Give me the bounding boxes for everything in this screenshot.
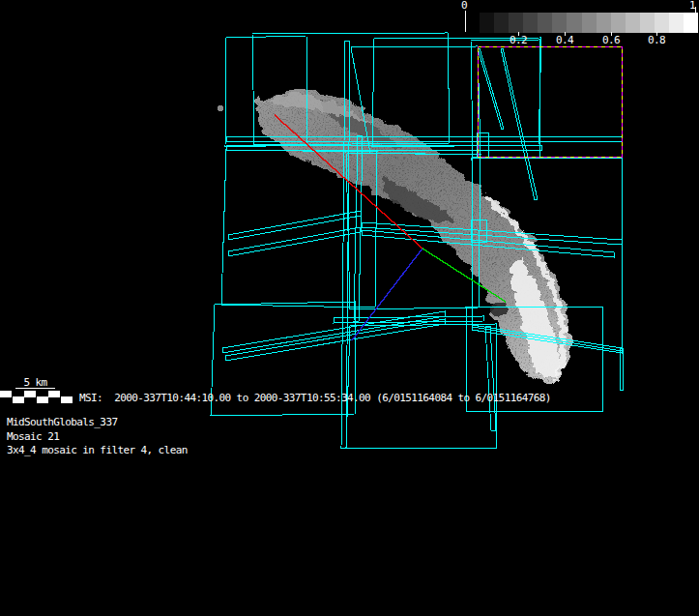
colorbar-tick-label: 0.4 — [552, 35, 577, 45]
footprint-outline[interactable] — [346, 324, 496, 448]
status-line: MSI: 2000-337T10:44:10.00 to 2000-337T10… — [79, 392, 551, 404]
scalebar-label: 5 km — [15, 377, 55, 389]
colorbar-step — [538, 13, 552, 33]
colorbar-tick-label: 0.8 — [644, 35, 669, 45]
mosaic-description: 3x4_4 mosaic in filter 4, clean — [7, 444, 188, 456]
asteroid-render — [218, 91, 569, 382]
selected-footprint-layer — [478, 46, 622, 157]
colorbar-step — [523, 13, 538, 33]
viewer-window: 0 1 0.20.40.60.8 5 km MSI: 2000-337T10:4… — [0, 0, 699, 616]
colorbar-step — [480, 13, 494, 33]
colorbar-step — [465, 13, 480, 33]
colorbar-step — [509, 13, 523, 33]
colorbar-step — [626, 13, 640, 33]
colorbar-step — [597, 13, 611, 33]
footprint-outline[interactable] — [485, 326, 496, 430]
mosaic-canvas — [0, 0, 699, 616]
colorbar-step — [552, 13, 567, 33]
footprint-outline[interactable] — [334, 316, 483, 323]
colorbar-step — [640, 13, 655, 33]
sequence-name: MidSouthGlobals_337 — [7, 416, 117, 428]
scalebar-checker — [0, 391, 73, 403]
asteroid-speck — [218, 105, 223, 111]
colorbar-min-tick — [465, 11, 466, 32]
colorbar-tick-label: 0.2 — [506, 35, 531, 45]
colorbar-tick-label: 0.6 — [598, 35, 624, 45]
footprint-outline[interactable] — [478, 48, 504, 130]
colorbar-step — [655, 13, 669, 33]
axis-blue — [352, 249, 422, 340]
asteroid-surface-patch — [490, 303, 508, 316]
colorbar-step — [669, 13, 684, 33]
footprint-outline[interactable] — [501, 48, 538, 200]
colorbar-step — [582, 13, 597, 33]
colorbar-gradient — [465, 13, 698, 33]
selected-footprint-dash-yellow[interactable] — [478, 46, 622, 157]
footprint-outline[interactable] — [620, 348, 623, 390]
colorbar-step — [567, 13, 581, 33]
colorbar-step — [684, 13, 698, 33]
selected-footprint-dash-magenta[interactable] — [478, 46, 622, 157]
colorbar-step — [611, 13, 626, 33]
colorbar-max-tick — [695, 7, 696, 13]
colorbar-step — [494, 13, 509, 33]
mosaic-label: Mosaic 21 — [7, 430, 59, 443]
